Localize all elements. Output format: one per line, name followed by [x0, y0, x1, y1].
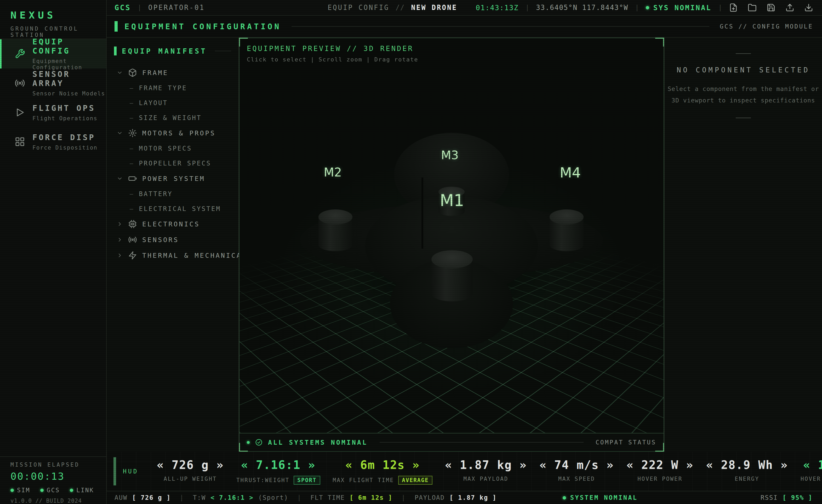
- link-indicator-label: GCS: [47, 487, 60, 494]
- motor-model-m2[interactable]: [319, 209, 352, 251]
- motor-label-m3[interactable]: M3: [441, 148, 459, 162]
- viewport-panel: EQUIPMENT PREVIEW // 3D RENDER Click to …: [239, 38, 664, 452]
- topbar: GCS OPERATOR-01 EQUIP CONFIG // NEW DRON…: [107, 0, 822, 16]
- motor-model-m1[interactable]: [431, 250, 473, 302]
- sidebar-item-sensor-array[interactable]: SENSOR ARRAYSensor Noise Models: [0, 68, 106, 98]
- statusbar-item-label: AUW: [114, 494, 127, 501]
- separator: |: [179, 494, 184, 501]
- statusbar-system-text: SYSTEM NOMINAL: [570, 494, 638, 501]
- motor-label-m2[interactable]: M2: [324, 165, 342, 179]
- motor-bell-top: [319, 209, 352, 224]
- sidebar-item-equip-config[interactable]: EQUIP CONFIGEquipment Configuration: [0, 39, 106, 68]
- manifest-item-layout[interactable]: LAYOUT: [107, 95, 239, 110]
- breadcrumb-page: NEW DRONE: [411, 4, 457, 11]
- viewport-hint: Click to select | Scroll zoom | Drag rot…: [247, 56, 418, 63]
- accent-block: [114, 47, 117, 55]
- hud-stat-label: HOVER POWER: [638, 476, 682, 482]
- hud-stat-value: « 1.87 kg »: [445, 458, 527, 472]
- hud-label: HUD: [123, 468, 138, 475]
- manifest-section-motors-props[interactable]: MOTORS & PROPS: [107, 125, 239, 141]
- sidebar-item-label: FORCE DISP: [32, 133, 97, 142]
- brand: NEXUS GROUND CONTROL STATION: [0, 0, 106, 39]
- app-subtitle: GROUND CONTROL STATION: [10, 26, 96, 38]
- hud-stat-max-flight-time: « 6m 12s »MAX FLIGHT TIMEAVERAGE: [333, 458, 432, 485]
- corner-accent: [655, 38, 664, 47]
- sidebar-nav: EQUIP CONFIGEquipment ConfigurationSENSO…: [0, 39, 106, 156]
- chevron-down-icon: [117, 69, 123, 76]
- breadcrumb-section: EQUIP CONFIG: [328, 4, 389, 11]
- topbar-actions: [729, 3, 813, 12]
- manifest-item-size-weight[interactable]: SIZE & WEIGHT: [107, 110, 239, 125]
- viewport-title: EQUIPMENT PREVIEW // 3D RENDER: [247, 44, 418, 53]
- hud-stat-label-row: HOVER THROTTLE: [801, 476, 822, 482]
- upload-button[interactable]: [785, 3, 794, 12]
- manifest-section-label: SENSORS: [142, 236, 179, 243]
- save-button[interactable]: [767, 3, 775, 12]
- new-file-button[interactable]: [729, 3, 738, 12]
- upload-icon: [785, 3, 794, 12]
- sidebar-item-flight-ops[interactable]: FLIGHT OPSFlight Operations: [0, 98, 106, 127]
- operator-label: OPERATOR-01: [148, 4, 205, 11]
- manifest-item-propeller-specs[interactable]: PROPELLER SPECS: [107, 156, 239, 171]
- manifest-item-frame-type[interactable]: FRAME TYPE: [107, 80, 239, 95]
- hud-stat-label-row: MAX SPEED: [558, 476, 595, 482]
- manifest-section-sensors[interactable]: SENSORS: [107, 232, 239, 247]
- hud-stat-label-row: MAX PAYLOAD: [463, 476, 508, 482]
- accent-block: [113, 457, 116, 485]
- divider: [635, 4, 639, 11]
- inspector-empty-title: NO COMPONENT SELECTED: [677, 66, 810, 74]
- motor-model-m4[interactable]: [549, 209, 583, 251]
- compat-status-bar: ALL SYSTEMS NOMINAL COMPAT STATUS: [240, 433, 664, 451]
- manifest-tree: FRAMEFRAME TYPELAYOUTSIZE & WEIGHTMOTORS…: [107, 59, 239, 263]
- sidebar-item-label: EQUIP CONFIG: [32, 37, 106, 55]
- divider: [380, 442, 583, 443]
- hud-stat-label: MAX PAYLOAD: [463, 476, 508, 482]
- topbar-app-label: GCS: [114, 3, 131, 12]
- download-icon: [804, 3, 813, 12]
- hud-stat-value: « 6m 12s »: [345, 458, 420, 472]
- manifest-item-label: FRAME TYPE: [139, 84, 187, 92]
- divider: [719, 4, 722, 11]
- statusbar-item-label: PAYLOAD: [415, 494, 445, 501]
- hud-stat-hover-power: « 222 W »HOVER POWER: [627, 458, 693, 482]
- hud-stat-energy: « 28.9 Wh »ENERGY: [706, 458, 788, 482]
- statusbar-items: AUW[ 726 g ]|T:W< 7.16:1 >(Sport)|FLT TI…: [114, 494, 497, 501]
- radio-icon: [128, 235, 137, 244]
- manifest-item-label: PROPELLER SPECS: [139, 160, 211, 167]
- breadcrumb: EQUIP CONFIG // NEW DRONE: [328, 4, 457, 11]
- manifest-item-electrical-system[interactable]: ELECTRICAL SYSTEM: [107, 201, 239, 216]
- render-scene[interactable]: EQUIPMENT PREVIEW // 3D RENDER Click to …: [240, 38, 664, 433]
- cube-icon: [128, 68, 137, 77]
- folder-open-icon: [748, 3, 757, 12]
- manifest-item-battery[interactable]: BATTERY: [107, 186, 239, 201]
- manifest-item-motor-specs[interactable]: MOTOR SPECS: [107, 141, 239, 156]
- sidebar-item-label: SENSOR ARRAY: [32, 69, 106, 88]
- link-indicator-gcs: GCS: [40, 487, 60, 494]
- rssi-label: RSSI: [761, 494, 778, 501]
- manifest-section-power-system[interactable]: POWER SYSTEM: [107, 171, 239, 186]
- page-title: EQUIPMENT CONFIGURATION: [124, 22, 281, 31]
- statusbar-rssi: RSSI [ 95% ]: [761, 494, 813, 501]
- hud-stat-label: MAX FLIGHT TIME: [333, 477, 394, 483]
- hud-stat-value: « 222 W »: [627, 458, 693, 472]
- save-icon: [767, 3, 775, 12]
- link-indicator-label: LINK: [76, 487, 94, 494]
- sidebar-item-force-disp[interactable]: FORCE DISPForce Disposition: [0, 127, 106, 156]
- folder-open-button[interactable]: [748, 3, 757, 12]
- sidebar-item-text: FORCE DISPForce Disposition: [32, 133, 97, 151]
- hud-stat-all-up-weight: « 726 g »ALL-UP WEIGHT: [157, 458, 224, 482]
- manifest-section-thermal-mechanical[interactable]: THERMAL & MECHANICAL: [107, 247, 239, 263]
- corner-accent: [239, 443, 248, 452]
- hud-stat-label: HOVER THROTTLE: [801, 476, 822, 482]
- drone-antenna: [421, 177, 423, 248]
- link-indicators: SIMGCSLINK: [10, 487, 96, 494]
- hud-stat-value: « 28.9 Wh »: [706, 458, 788, 472]
- link-indicator-sim: SIM: [10, 487, 30, 494]
- manifest-section-label: THERMAL & MECHANICAL: [142, 252, 247, 259]
- motor-label-m4[interactable]: M4: [560, 164, 581, 181]
- download-button[interactable]: [804, 3, 813, 12]
- manifest-section-frame[interactable]: FRAME: [107, 65, 239, 80]
- link-indicator-label: SIM: [17, 487, 30, 494]
- motor-label-m1[interactable]: M1: [440, 191, 464, 210]
- manifest-section-electronics[interactable]: ELECTRONICS: [107, 216, 239, 232]
